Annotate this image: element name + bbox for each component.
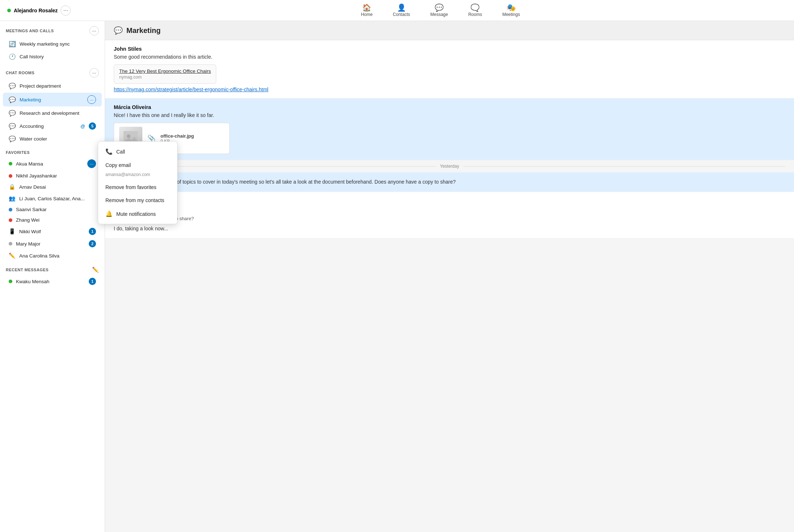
sync-icon: 🔄 bbox=[9, 41, 16, 47]
messages-area: John Stiles Some good recommendations in… bbox=[105, 40, 794, 532]
message-block-arnav: Arnav Desai In reply to message: Does an… bbox=[105, 192, 794, 239]
favorites-item-arnav[interactable]: 🔒 Arnav Desai bbox=[3, 181, 102, 192]
favorites-section-header: FAVORITES bbox=[0, 145, 105, 157]
favorites-item-mary-major[interactable]: Mary Major 2 bbox=[3, 238, 102, 250]
context-menu: 📞 Call Copy email amansa@amazon.com Remo… bbox=[98, 141, 105, 224]
channel-header: 💬 Marketing bbox=[105, 21, 794, 40]
fav-label-4: Saanvi Sarkar bbox=[16, 207, 96, 212]
link-url[interactable]: https://nymag.com/strategist/article/bes… bbox=[114, 87, 785, 92]
nav-home-label: Home bbox=[361, 12, 373, 17]
context-remove-contacts[interactable]: Remove from my contacts bbox=[98, 194, 105, 207]
date-sep-line-right bbox=[463, 166, 785, 167]
date-separator-text: Yesterday bbox=[440, 164, 459, 169]
attachment-name: office-chair.jpg bbox=[160, 133, 194, 139]
nikki-badge: 1 bbox=[89, 228, 96, 235]
chat-item-label-1: Marketing bbox=[20, 97, 84, 102]
chat-room-icon-2: 💬 bbox=[9, 110, 16, 117]
chat-more-button[interactable]: ··· bbox=[89, 68, 99, 78]
fav-label-1: Nikhil Jayashankar bbox=[16, 173, 96, 179]
favorites-item-saanvi[interactable]: Saanvi Sarkar bbox=[3, 205, 102, 214]
chat-room-icon-0: 💬 bbox=[9, 83, 16, 89]
marymajor-status-dot bbox=[9, 242, 12, 246]
meetings-item-label-0: Weekly marketing sync bbox=[20, 41, 96, 47]
context-mute-notifications[interactable]: 🔔 Mute notifications bbox=[98, 207, 105, 221]
nav-rooms[interactable]: 🗨️ Rooms bbox=[465, 2, 485, 19]
main-nav-items: 🏠 Home 👤 Contacts 💬 Message 🗨️ Rooms 🎭 M… bbox=[94, 2, 787, 19]
favorites-item-zhang-wei[interactable]: Zhang Wei bbox=[3, 215, 102, 225]
chat-section-header: CHAT ROOMS ··· bbox=[0, 63, 105, 80]
chat-room-icon-4: 💬 bbox=[9, 135, 16, 142]
contacts-icon: 👤 bbox=[397, 4, 406, 11]
sidebar-item-project-department[interactable]: 💬 Project department bbox=[3, 80, 102, 92]
clock-icon: 🕐 bbox=[9, 53, 16, 60]
chat-section-label: CHAT ROOMS bbox=[6, 71, 34, 75]
recent-label-0: Kwaku Mensah bbox=[16, 279, 85, 284]
context-remove-favorites[interactable]: Remove from favorites bbox=[98, 181, 105, 194]
akua-more-button[interactable]: ··· bbox=[87, 159, 96, 168]
nav-home[interactable]: 🏠 Home bbox=[358, 2, 376, 19]
message-text-arnav: I do, taking a look now... bbox=[114, 225, 785, 233]
link-preview-title: The 12 Very Best Ergonomic Office Chairs bbox=[119, 68, 211, 74]
sidebar-item-weekly-marketing-sync[interactable]: 🔄 Weekly marketing sync bbox=[3, 38, 102, 50]
nav-contacts[interactable]: 👤 Contacts bbox=[390, 2, 413, 19]
message-block-marcia: Márcia Oliveira Nice! I have this one an… bbox=[105, 99, 794, 160]
meetings-more-button[interactable]: ··· bbox=[89, 26, 99, 35]
chat-item-label-0: Project department bbox=[20, 83, 96, 89]
message-sender-1: Márcia Oliveira bbox=[114, 104, 785, 110]
fav-label-7: Mary Major bbox=[16, 241, 85, 247]
zhangwei-status-dot bbox=[9, 218, 12, 222]
main-content: 💬 Marketing John Stiles Some good recomm… bbox=[105, 21, 794, 532]
channel-header-icon: 💬 bbox=[114, 26, 123, 35]
top-navigation: Alejandro Rosalez ··· 🏠 Home 👤 Contacts … bbox=[0, 0, 794, 21]
nav-contacts-label: Contacts bbox=[393, 12, 410, 17]
message-block-team: Hey team! We've got plenty of topics to … bbox=[105, 172, 794, 192]
sidebar: MEETINGS AND CALLS ··· 🔄 Weekly marketin… bbox=[0, 21, 105, 532]
sidebar-item-research[interactable]: 💬 Research and development bbox=[3, 107, 102, 119]
meetings-icon: 🎭 bbox=[507, 4, 516, 11]
nav-rooms-label: Rooms bbox=[468, 12, 482, 17]
recent-item-kwaku[interactable]: Kwaku Mensah 1 bbox=[3, 276, 102, 287]
sidebar-item-accounting[interactable]: 💬 Accounting @ 5 bbox=[3, 120, 102, 132]
message-icon: 💬 bbox=[435, 4, 444, 11]
favorites-item-akua-mansa[interactable]: Akua Mansa ··· bbox=[3, 157, 102, 170]
date-separator: Yesterday bbox=[105, 160, 794, 172]
fav-label-8: Ana Carolina Silva bbox=[19, 253, 96, 259]
rooms-icon: 🗨️ bbox=[471, 4, 480, 11]
nav-meetings[interactable]: 🎭 Meetings bbox=[500, 2, 523, 19]
message-sender-0: John Stiles bbox=[114, 46, 785, 52]
nav-message[interactable]: 💬 Message bbox=[427, 2, 451, 19]
fav-label-5: Zhang Wei bbox=[16, 217, 96, 223]
link-preview-domain: nymag.com bbox=[119, 75, 211, 80]
reply-quote: Does anyone have a copy to share? bbox=[114, 214, 785, 223]
nav-message-label: Message bbox=[430, 12, 448, 17]
sidebar-item-water-cooler[interactable]: 💬 Water cooler bbox=[3, 133, 102, 145]
user-profile-area: Alejandro Rosalez ··· bbox=[7, 5, 94, 16]
marketing-more-button[interactable]: ··· bbox=[87, 95, 96, 104]
chat-item-label-2: Research and development bbox=[20, 110, 96, 116]
meetings-item-label-1: Call history bbox=[20, 54, 96, 59]
favorites-item-li-juan[interactable]: 👥 Li Juan, Carlos Salazar, Ana... bbox=[3, 193, 102, 204]
favorites-item-ana-carolina[interactable]: ✏️ Ana Carolina Silva bbox=[3, 250, 102, 261]
user-status-dot bbox=[7, 9, 11, 12]
nikhil-status-dot bbox=[9, 174, 12, 178]
akua-status-dot bbox=[9, 162, 12, 166]
saanvi-status-dot bbox=[9, 208, 12, 211]
channel-title: Marketing bbox=[126, 26, 160, 35]
user-name: Alejandro Rosalez bbox=[14, 8, 58, 13]
accounting-badge: 5 bbox=[89, 122, 96, 130]
chat-item-label-3: Accounting bbox=[20, 123, 77, 129]
lock-icon: 🔒 bbox=[9, 184, 16, 190]
favorites-section-label: FAVORITES bbox=[6, 150, 30, 155]
context-copy-email[interactable]: Copy email amansa@amazon.com bbox=[98, 159, 105, 181]
sidebar-item-marketing[interactable]: 💬 Marketing ··· bbox=[3, 93, 102, 106]
sidebar-item-call-history[interactable]: 🕐 Call history bbox=[3, 51, 102, 63]
message-text-arnav-prefix: In reply to message: bbox=[114, 205, 785, 212]
favorites-item-nikhil[interactable]: Nikhil Jayashankar bbox=[3, 171, 102, 181]
message-sender-arnav: Arnav Desai bbox=[114, 198, 785, 204]
user-more-button[interactable]: ··· bbox=[60, 5, 71, 16]
favorites-item-nikki-wolf[interactable]: 📱 Nikki Wolf 1 bbox=[3, 226, 102, 237]
edit-icon[interactable]: ✏️ bbox=[92, 267, 99, 273]
context-call[interactable]: 📞 Call bbox=[98, 144, 105, 159]
chat-item-label-4: Water cooler bbox=[20, 136, 96, 142]
kwaku-badge: 1 bbox=[89, 278, 96, 285]
